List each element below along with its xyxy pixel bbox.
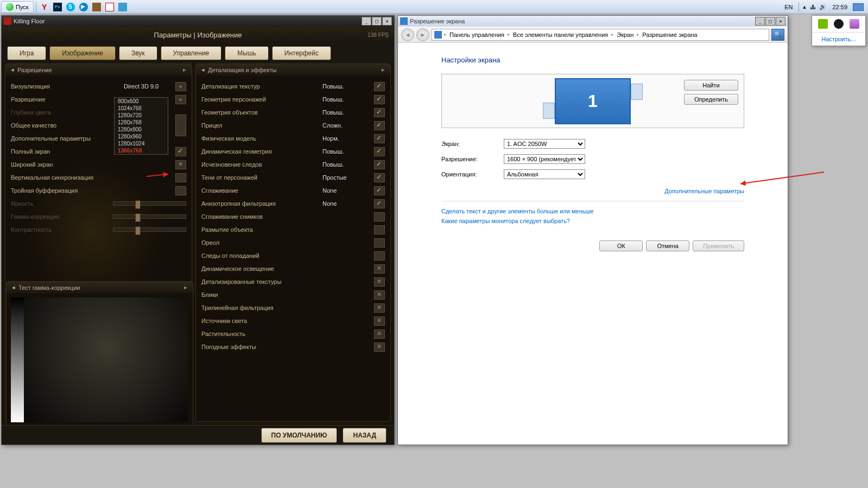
breadcrumb-segment[interactable]: Панель управления [447,31,506,38]
checkbox[interactable] [374,264,385,274]
checkbox[interactable] [374,303,385,313]
taskbar-app-telegram[interactable] [78,1,90,13]
checkbox[interactable] [374,121,385,130]
tab-звук[interactable]: Звук [119,46,157,60]
tab-игра[interactable]: Игра [7,46,46,60]
checkbox[interactable] [374,316,385,326]
checkbox[interactable] [374,343,385,352]
checkbox[interactable] [374,186,385,195]
taskbar-app-skype[interactable]: S [65,1,77,13]
checkbox[interactable] [374,199,385,208]
taskbar-app-photoshop[interactable]: Ps [52,1,64,13]
checkbox[interactable] [374,329,385,339]
advanced-params-link[interactable]: Дополнительные параметры [441,188,744,194]
monitor-icon[interactable]: 1 [555,78,631,124]
minimize-button[interactable]: _ [362,17,371,26]
back-button[interactable]: НАЗАД [343,428,387,443]
close-button[interactable]: ✕ [382,17,392,26]
find-button[interactable]: Найти [684,80,738,91]
panel-caret-icon[interactable]: ◂ [11,66,14,73]
checkbox[interactable] [374,290,385,300]
panel-caret-icon[interactable]: ▸ [183,66,186,73]
dropdown-option[interactable]: 1280x800 [115,126,168,133]
clock[interactable]: 22:59 [830,4,850,10]
nav-forward-button[interactable]: ► [416,28,429,41]
tab-управление[interactable]: Управление [161,46,222,60]
close-button[interactable]: ✕ [776,17,785,26]
checkbox[interactable] [175,173,186,182]
next-icon[interactable]: ▸ [175,95,186,104]
panel-caret-icon[interactable]: ◂ [12,284,15,291]
panel-caret-icon[interactable]: ▸ [184,284,187,291]
dropdown-option[interactable]: 1024x768 [115,105,168,112]
nav-back-button[interactable]: ◄ [401,28,414,41]
panel-caret-icon[interactable]: ◂ [201,66,205,73]
screen-select[interactable]: 1. AOC 2050W [504,139,585,149]
ok-button[interactable]: ОК [599,240,643,251]
checkbox[interactable] [374,251,385,261]
checkbox[interactable] [374,173,385,182]
taskbar-app-unknown3[interactable] [117,1,129,13]
next-icon[interactable]: ▸ [175,82,186,91]
cancel-button[interactable]: Отмена [646,240,689,251]
tray-customize-link[interactable]: Настроить... [812,32,865,46]
tray-nvidia-icon[interactable] [818,19,828,29]
resolution-dropdown[interactable]: 800x6001024x7681280x7201280x7681280x8001… [114,97,168,155]
maximize-button[interactable]: □ [372,17,382,26]
tab-изображение[interactable]: Изображение [49,46,116,60]
checkbox[interactable] [175,186,186,195]
help-link[interactable]: Какие параметры монитора следует выбрать… [441,218,744,224]
breadcrumb[interactable]: ▸ Панель управления▸Все элементы панели … [432,29,769,41]
dropdown-option[interactable]: 1280x1024 [115,140,168,147]
checkbox[interactable] [374,95,385,104]
kf-titlebar[interactable]: Killing Floor _ □ ✕ [2,16,394,27]
defaults-button[interactable]: ПО УМОЛЧАНИЮ [261,428,338,443]
taskbar-app-unknown2[interactable] [104,1,116,13]
breadcrumb-segment[interactable]: Все элементы панели управления [511,31,610,38]
checkbox[interactable] [374,160,385,169]
checkbox[interactable] [374,212,385,221]
tab-мышь[interactable]: Мышь [225,46,269,60]
panel-caret-icon[interactable]: ▸ [382,66,385,73]
detect-button[interactable]: Определить [684,94,738,105]
checkbox[interactable] [374,134,385,143]
breadcrumb-segment[interactable]: Разрешение экрана [640,31,699,38]
monitor-preview-area[interactable]: 1 Найти Определить [441,74,744,128]
checkbox[interactable] [374,147,385,156]
text-size-link[interactable]: Сделать текст и другие элементы больше и… [441,208,744,214]
checkbox[interactable] [175,160,186,169]
checkbox[interactable] [374,225,385,235]
breadcrumb-segment[interactable]: Экран [614,31,636,38]
dropdown-option[interactable]: 800x600 [115,98,168,105]
dropdown-option[interactable]: 1280x960 [115,133,168,140]
checkbox[interactable] [374,82,385,91]
slider[interactable] [113,214,186,219]
show-desktop-button[interactable] [853,3,864,11]
apply-button[interactable]: Применить [693,240,744,251]
slider[interactable] [113,201,186,206]
quality-slider[interactable] [175,115,186,136]
tab-интерфейс[interactable]: Интерфейс [272,46,331,60]
checkbox[interactable] [175,147,186,156]
checkbox[interactable] [374,277,385,287]
resolution-select[interactable]: 1600 × 900 (рекомендуется) [504,154,585,164]
orientation-select[interactable]: Альбомная [504,169,585,179]
dropdown-option[interactable]: 1280x720 [115,112,168,119]
dropdown-option[interactable]: 1366x768 [115,147,168,154]
start-button[interactable]: Пуск [1,1,34,13]
taskbar-app-unknown1[interactable] [91,1,103,13]
dropdown-option[interactable]: 1280x768 [115,119,168,126]
network-icon[interactable]: 🖧 [810,4,816,10]
taskbar-app-yandex[interactable]: Y [39,1,50,13]
checkbox[interactable] [374,238,385,248]
tray-steam-icon[interactable] [834,19,844,29]
win-titlebar[interactable]: Разрешение экрана _ □ ✕ [398,16,788,27]
checkbox[interactable] [374,108,385,117]
maximize-button[interactable]: □ [765,17,775,26]
search-button[interactable]: 🔍 [771,29,784,41]
slider[interactable] [113,227,186,232]
tray-expand-icon[interactable]: ▲ [802,4,807,10]
volume-icon[interactable]: 🔊 [819,3,827,10]
tray-app-icon[interactable] [850,19,859,29]
language-indicator[interactable]: EN [782,3,795,11]
